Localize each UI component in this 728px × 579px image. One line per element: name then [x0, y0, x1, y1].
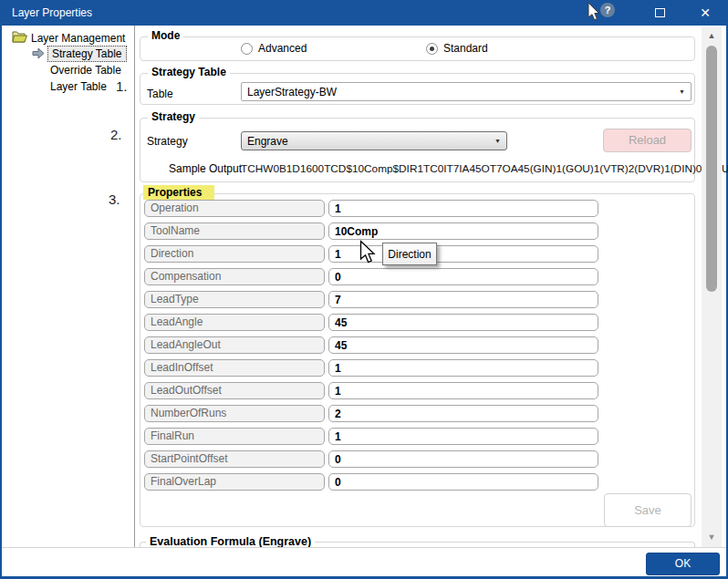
scroll-down-icon[interactable]: ▼ — [702, 532, 722, 542]
annotation-step-3: 3. — [109, 191, 120, 207]
tree-root-layer-management[interactable]: Layer Management — [31, 32, 125, 45]
radio-advanced-label: Advanced — [258, 42, 307, 55]
help-icon: ? — [600, 3, 615, 17]
property-name-leadtype: LeadType — [144, 291, 325, 308]
property-value-compensation[interactable] — [328, 268, 598, 285]
annotation-step-2: 2. — [110, 127, 122, 142]
tree-item-override-table[interactable]: Override Table — [50, 64, 121, 77]
property-name-leadangleout: LeadAngleOut — [144, 336, 325, 354]
help-cursor: ? — [588, 2, 620, 26]
radio-advanced-circle — [241, 43, 253, 55]
folder-icon — [12, 30, 28, 43]
property-name-finaloverlap: FinalOverLap — [144, 473, 325, 491]
maximize-button[interactable] — [639, 0, 681, 26]
layer-properties-dialog: Layer Properties ? ✕ Layer Management St… — [0, 0, 728, 579]
save-button[interactable]: Save — [604, 493, 692, 527]
chevron-down-icon: ▼ — [679, 88, 685, 95]
property-value-leadangleout[interactable] — [328, 336, 598, 354]
strategy-dropdown-value: Engrave — [247, 135, 288, 148]
property-value-numberofruns[interactable] — [328, 405, 598, 422]
property-name-startpointoffset: StartPointOffset — [144, 450, 325, 468]
evaluation-formula-title: Evaluation Formula (Engrave) — [146, 535, 315, 548]
direction-tooltip: Direction — [382, 243, 437, 265]
property-name-toolname: ToolName — [144, 222, 325, 240]
strategy-table-group: Strategy Table Table LayerStrategy-BW ▼ — [140, 73, 695, 105]
table-label: Table — [147, 88, 173, 100]
property-name-compensation: Compensation — [144, 268, 325, 285]
close-button[interactable]: ✕ — [684, 0, 726, 26]
radio-standard-label: Standard — [443, 42, 488, 55]
property-value-leadinoffset[interactable] — [328, 359, 598, 377]
property-value-operation[interactable] — [328, 200, 598, 217]
radio-standard-circle — [426, 43, 438, 55]
vertical-scrollbar[interactable]: ▲ ▼ — [702, 27, 722, 547]
property-value-leadtype[interactable] — [328, 291, 598, 308]
property-value-leadoutoffset[interactable] — [328, 382, 598, 399]
strategy-group-title: Strategy — [148, 110, 199, 123]
property-value-toolname[interactable] — [328, 222, 598, 240]
tree-item-layer-table[interactable]: Layer Table — [50, 80, 107, 93]
mouse-cursor-icon — [359, 240, 377, 264]
window-title: Layer Properties — [12, 0, 92, 26]
property-name-numberofruns: NumberOfRuns — [144, 405, 325, 422]
property-name-operation: Operation — [144, 200, 325, 217]
scroll-up-icon[interactable]: ▲ — [702, 31, 722, 40]
radio-standard[interactable]: Standard — [426, 42, 488, 55]
navigation-tree — [2, 26, 135, 547]
mode-group: Mode Advanced Standard — [140, 36, 695, 61]
property-value-finaloverlap[interactable] — [328, 473, 598, 491]
tree-item-strategy-table[interactable]: Strategy Table — [47, 46, 127, 62]
table-dropdown-value: LayerStrategy-BW — [247, 86, 337, 98]
property-value-leadangle[interactable] — [328, 314, 598, 331]
table-dropdown[interactable]: LayerStrategy-BW ▼ — [241, 82, 692, 101]
property-name-direction: Direction — [144, 245, 325, 263]
strategy-table-group-title: Strategy Table — [148, 66, 230, 78]
scrollbar-thumb[interactable] — [706, 46, 717, 292]
strategy-group: Strategy Strategy Engrave ▼ Reload Sampl… — [140, 118, 695, 182]
strategy-label: Strategy — [147, 135, 188, 148]
properties-group-title: Properties — [143, 185, 214, 200]
sample-output-value: TCHW0B1D1600TCD$10Comp$DIR1TC0IT7IA45OT7… — [241, 162, 728, 175]
property-name-leadangle: LeadAngle — [144, 314, 325, 331]
ok-button[interactable]: OK — [646, 553, 720, 575]
property-name-leadoutoffset: LeadOutOffset — [144, 382, 325, 399]
radio-advanced[interactable]: Advanced — [241, 42, 307, 55]
annotation-step-1: 1. — [116, 78, 128, 94]
property-value-finalrun[interactable] — [328, 428, 598, 445]
title-bar: Layer Properties ? ✕ — [0, 0, 728, 26]
footer-bar — [2, 548, 726, 576]
strategy-dropdown[interactable]: Engrave ▼ — [241, 131, 507, 150]
property-value-startpointoffset[interactable] — [328, 450, 598, 468]
property-name-finalrun: FinalRun — [144, 428, 325, 445]
sample-output-label: Sample Output — [169, 162, 242, 175]
close-icon: ✕ — [700, 5, 711, 20]
mode-group-title: Mode — [148, 29, 183, 42]
maximize-icon — [655, 8, 665, 17]
property-name-leadinoffset: LeadInOffset — [144, 359, 325, 377]
reload-button[interactable]: Reload — [603, 129, 692, 152]
selection-arrow-icon — [32, 47, 45, 59]
chevron-down-icon: ▼ — [494, 138, 501, 144]
